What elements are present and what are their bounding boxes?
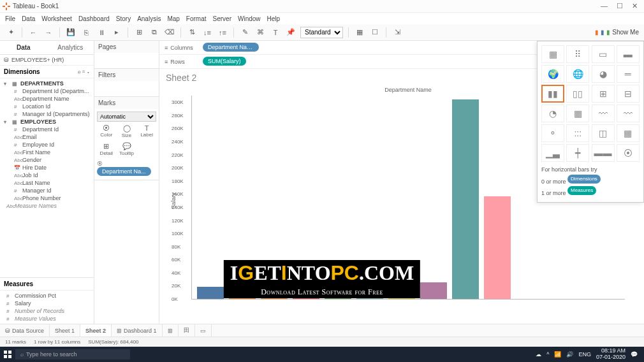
bar[interactable] [452,99,479,299]
showme-chart-type[interactable]: ▮▮ [541,85,564,103]
measure-item[interactable]: #Measure Values [0,315,94,322]
showme-chart-type[interactable]: ⊞ [592,85,615,103]
share-button[interactable]: ⇲ [392,27,403,38]
tray-up-icon[interactable]: ^ [546,351,549,358]
bar[interactable] [484,196,511,299]
cards-button[interactable]: ☐ [369,27,381,38]
showme-chart-type[interactable]: ⊟ [617,85,640,103]
clear-button[interactable]: ⌫ [164,27,175,38]
field-item[interactable]: AbcPhone Number [0,194,94,202]
menu-worksheet[interactable]: Worksheet [41,15,72,22]
color-pill[interactable]: Department Na... [97,167,151,176]
labels-button[interactable]: T [270,27,281,38]
start-button[interactable] [3,349,13,359]
field-item[interactable]: #Manager Id (Departments) [0,110,94,118]
menu-window[interactable]: Window [238,15,261,22]
duplicate-button[interactable]: ⧉ [149,27,160,38]
tab-sheet1[interactable]: Sheet 1 [50,324,80,337]
tab-analytics[interactable]: Analytics [47,41,94,54]
field-item[interactable]: AbcJob Id [0,171,94,179]
size-card[interactable]: ◯Size [117,123,136,140]
minimize-button[interactable]: — [601,2,608,10]
field-item[interactable]: #Manager Id [0,187,94,194]
new-sheet-button[interactable]: ⊞ [163,324,179,337]
field-item[interactable]: AbcDepartment Name [0,95,94,103]
measure-item[interactable]: #Commission Pct [0,292,94,300]
tab-datasource[interactable]: ⛁Data Source [0,324,50,337]
bar[interactable] [293,293,319,299]
showme-chart-type[interactable]: ▦ [566,105,589,122]
tableau-icon[interactable]: ✦ [5,27,17,38]
field-item[interactable]: #Department Id (Departm... [0,87,94,95]
label-card[interactable]: TLabel [137,123,156,140]
maximize-button[interactable]: ☐ [617,2,623,10]
pin-button[interactable]: 📌 [285,27,296,38]
tray-notifications-icon[interactable]: 💬 [631,351,638,358]
bar[interactable] [388,290,415,299]
showme-chart-type[interactable]: ▦ [617,124,640,142]
tray-wifi-icon[interactable]: 📶 [554,351,561,358]
menu-data[interactable]: Data [22,15,35,22]
mark-type-select[interactable]: Automatic [97,112,156,122]
showme-chart-type[interactable]: ▁▃ [541,144,564,162]
showme-chart-type[interactable]: 〰 [592,105,615,122]
detail-card[interactable]: ⊞Detail [97,141,116,157]
redo-button[interactable]: → [43,27,54,38]
field-item[interactable]: AbcGender [0,156,94,164]
new-datasource-button[interactable]: ⎘ [80,27,92,38]
menu-analysis[interactable]: Analysis [137,15,161,22]
bar[interactable] [420,282,447,299]
fit-select[interactable]: Standard [300,27,343,38]
color-card[interactable]: ⦿Color [97,123,116,140]
new-story-button[interactable]: ▭ [195,324,212,337]
measure-names[interactable]: AbcMeasure Names [0,202,94,210]
search-fields-icon[interactable]: ⌕ ≡ ▾ [78,69,90,75]
field-item[interactable]: #Location Id [0,103,94,110]
show-me-button[interactable]: ▮▮▮ Show Me [595,29,639,36]
group-button[interactable]: ⌘ [254,27,266,38]
table-departments[interactable]: ▾▦DEPARTMENTS [0,80,94,87]
swap-button[interactable]: ⇅ [186,27,198,38]
tab-dashboard1[interactable]: ⊞Dashboard 1 [112,324,163,337]
showme-chart-type[interactable]: ▯▯ [566,85,589,103]
showme-chart-type[interactable]: ═ [617,65,640,83]
field-item[interactable]: 📅Hire Date [0,164,94,171]
bar[interactable] [261,265,288,300]
rows-pill[interactable]: SUM(Salary) [203,57,246,66]
showme-chart-type[interactable]: ::: [566,124,589,142]
menu-story[interactable]: Story [116,15,131,22]
field-item[interactable]: AbcFirst Name [0,148,94,156]
new-dashboard-button[interactable]: 田 [179,324,195,337]
close-button[interactable]: ✕ [632,2,638,10]
showme-chart-type[interactable]: ◫ [592,124,615,142]
new-worksheet-button[interactable]: ⊞ [133,27,145,38]
bar[interactable] [197,287,224,299]
sort-asc-button[interactable]: ↓≡ [201,27,213,38]
bar[interactable] [325,283,351,299]
showme-chart-type[interactable]: ◕ [592,65,615,83]
presentation-button[interactable]: ▦ [354,27,365,38]
field-item[interactable]: AbcLast Name [0,179,94,187]
tab-sheet2[interactable]: Sheet 2 [80,324,112,337]
datasource-item[interactable]: ⛁ EMPLOYEES+ (HR) [0,55,94,66]
bar[interactable] [229,261,256,299]
tab-data[interactable]: Data [0,41,47,54]
save-button[interactable]: 💾 [65,27,77,38]
menu-help[interactable]: Help [267,15,281,22]
showme-chart-type[interactable]: ▭ [592,45,615,63]
menu-file[interactable]: File [5,15,15,22]
menu-dashboard[interactable]: Dashboard [78,15,110,22]
field-item[interactable]: AbcEmail [0,133,94,141]
measure-item[interactable]: #Number of Records [0,307,94,315]
showme-chart-type[interactable]: 〰 [617,105,640,122]
menu-map[interactable]: Map [167,15,179,22]
undo-button[interactable]: ← [27,27,39,38]
run-button[interactable]: ▸ [111,27,122,38]
bar[interactable] [356,286,383,299]
showme-chart-type[interactable]: 🌍 [541,65,564,83]
field-item[interactable]: #Department Id [0,126,94,133]
sort-desc-button[interactable]: ↑≡ [217,27,228,38]
taskbar-search[interactable]: ⌕Type here to search [15,349,130,359]
table-employees[interactable]: ▾▦EMPLOYEES [0,118,94,126]
pause-autoupdate-button[interactable]: ⏸ [96,27,107,38]
